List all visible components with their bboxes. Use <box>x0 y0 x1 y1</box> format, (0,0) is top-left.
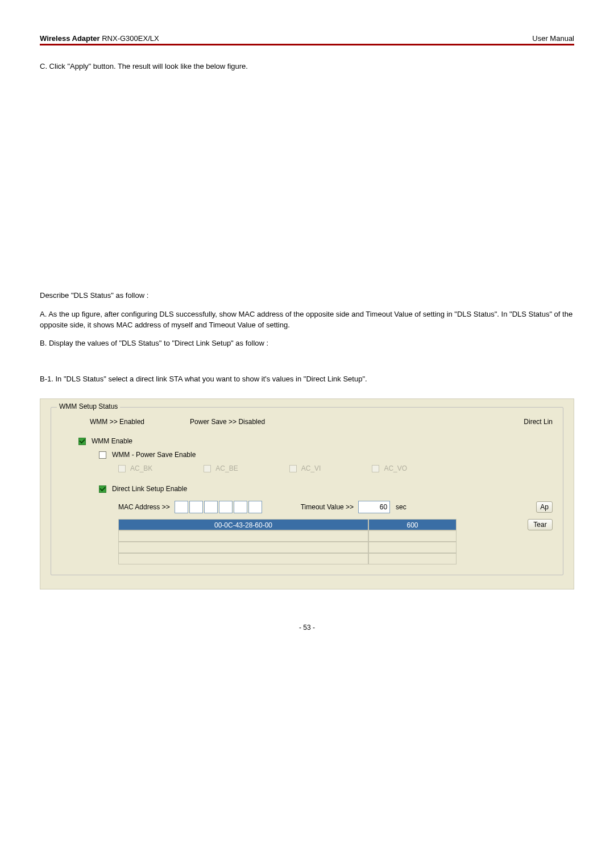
timeout-input[interactable]: 60 <box>358 501 390 513</box>
table-row-timeout[interactable]: 600 <box>368 519 457 530</box>
ac-row: AC_BK AC_BE AC_VI AC_VO <box>118 464 553 472</box>
doc-type: User Manual <box>532 34 574 43</box>
page-number: - 53 - <box>40 624 574 632</box>
page-header: Wireless Adapter RNX-G300EX/LX User Manu… <box>40 34 574 45</box>
table-row-empty[interactable] <box>368 542 457 553</box>
describe-heading: Describe "DLS Status" as follow : <box>40 290 574 301</box>
wmm-enable-label: WMM Enable <box>92 437 132 445</box>
sec-label: sec <box>396 503 406 511</box>
ac-vo-checkbox <box>372 465 379 472</box>
ac-be-label: AC_BE <box>215 464 238 472</box>
point-b1-text: B-1. In "DLS Status" select a direct lin… <box>40 374 574 385</box>
mac-octet-6[interactable] <box>248 501 262 513</box>
mac-row: MAC Address >> Timeout Value >> 60 sec A… <box>118 501 553 513</box>
ps-enable-label: WMM - Power Save Enable <box>112 451 196 459</box>
dls-enable-label: Direct Link Setup Enable <box>112 485 187 493</box>
ac-bk-label: AC_BK <box>130 464 152 472</box>
figure-placeholder <box>40 80 574 290</box>
dls-enable-row: Direct Link Setup Enable <box>99 485 553 493</box>
status-directlink: Direct Lin <box>524 418 553 426</box>
table-row-empty[interactable] <box>118 553 368 564</box>
product-model: RNX-G300EX/LX <box>100 34 159 43</box>
ac-be-checkbox <box>204 465 211 472</box>
point-b-text: B. Display the values of "DLS Status" to… <box>40 338 574 349</box>
wmm-enable-checkbox[interactable] <box>78 438 86 445</box>
status-line: WMM >> Enabled Power Save >> Disabled Di… <box>90 418 553 426</box>
ac-bk-checkbox <box>118 465 126 472</box>
mac-octet-3[interactable] <box>204 501 218 513</box>
ac-vo-label: AC_VO <box>384 464 407 472</box>
mac-octet-2[interactable] <box>189 501 203 513</box>
table-row-empty[interactable] <box>368 553 457 564</box>
wmm-enable-row: WMM Enable <box>78 437 553 445</box>
product-title: Wireless Adapter RNX-G300EX/LX <box>40 34 159 43</box>
mac-octet-1[interactable] <box>175 501 188 513</box>
status-wmm: WMM >> Enabled <box>90 418 144 426</box>
table-row-mac[interactable]: 00-0C-43-28-60-00 <box>118 519 368 530</box>
ac-vi-label: AC_VI <box>301 464 321 472</box>
step-c-text: C. Click "Apply" button. The result will… <box>40 61 574 72</box>
dls-enable-checkbox[interactable] <box>99 485 106 493</box>
ps-enable-row: WMM - Power Save Enable <box>99 451 553 459</box>
groupbox-title: WMM Setup Status <box>57 402 120 410</box>
tear-down-button[interactable]: Tear <box>528 519 553 530</box>
mac-octet-5[interactable] <box>234 501 247 513</box>
table-row-empty[interactable] <box>118 542 368 553</box>
table-row-empty[interactable] <box>118 530 368 542</box>
timeout-label: Timeout Value >> <box>301 503 354 511</box>
mac-label: MAC Address >> <box>118 503 170 511</box>
mac-input-group <box>175 501 262 513</box>
mac-octet-4[interactable] <box>219 501 233 513</box>
point-a-text: A. As the up figure, after configuring D… <box>40 309 574 331</box>
wmm-panel: WMM Setup Status WMM >> Enabled Power Sa… <box>40 398 574 589</box>
ac-vi-checkbox <box>289 465 297 472</box>
table-row-empty[interactable] <box>368 530 457 542</box>
dls-status-table: 00-0C-43-28-60-00 600 <box>118 519 457 564</box>
ps-enable-checkbox[interactable] <box>99 451 106 459</box>
wmm-groupbox: WMM Setup Status WMM >> Enabled Power Sa… <box>51 407 563 575</box>
product-bold: Wireless Adapter <box>40 34 100 43</box>
status-powersave: Power Save >> Disabled <box>190 418 265 426</box>
apply-button[interactable]: Ap <box>536 501 553 513</box>
